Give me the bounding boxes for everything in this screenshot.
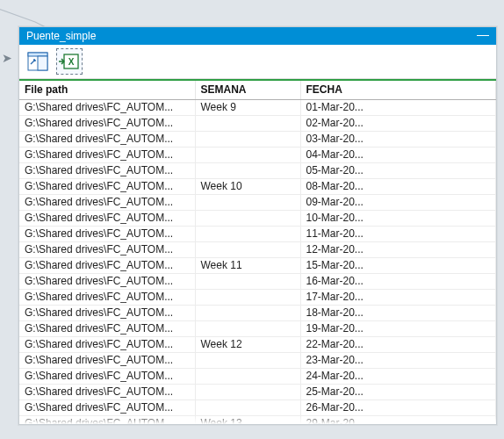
table-row[interactable]: G:\Shared drives\FC_AUTOM...10-Mar-20... — [19, 211, 496, 227]
cell-semana[interactable] — [195, 290, 300, 306]
cell-fecha[interactable]: 11-Mar-20... — [300, 227, 496, 242]
cell-file[interactable]: G:\Shared drives\FC_AUTOM... — [19, 306, 195, 321]
cell-file[interactable]: G:\Shared drives\FC_AUTOM... — [19, 416, 195, 425]
cell-file[interactable]: G:\Shared drives\FC_AUTOM... — [19, 148, 195, 163]
table-row[interactable]: G:\Shared drives\FC_AUTOM...18-Mar-20... — [19, 306, 496, 321]
cell-fecha[interactable]: 15-Mar-20... — [300, 258, 496, 274]
table-row[interactable]: G:\Shared drives\FC_AUTOM...12-Mar-20... — [19, 242, 496, 258]
cell-file[interactable]: G:\Shared drives\FC_AUTOM... — [19, 290, 195, 306]
cell-file[interactable]: G:\Shared drives\FC_AUTOM... — [19, 100, 195, 116]
table-row[interactable]: G:\Shared drives\FC_AUTOM...Week 1008-Ma… — [19, 179, 496, 195]
table-row[interactable]: G:\Shared drives\FC_AUTOM...02-Mar-20... — [19, 116, 496, 132]
data-grid[interactable]: File path SEMANA FECHA G:\Shared drives\… — [19, 79, 496, 424]
table-row[interactable]: G:\Shared drives\FC_AUTOM...Week 901-Mar… — [19, 100, 496, 116]
cell-file[interactable]: G:\Shared drives\FC_AUTOM... — [19, 242, 195, 258]
cell-fecha[interactable]: 09-Mar-20... — [300, 195, 496, 211]
table-row[interactable]: G:\Shared drives\FC_AUTOM...17-Mar-20... — [19, 290, 496, 306]
table-row[interactable]: G:\Shared drives\FC_AUTOM...Week 1222-Ma… — [19, 337, 496, 353]
cell-semana[interactable]: Week 9 — [195, 100, 300, 116]
window-titlebar[interactable]: Puente_simple — — [19, 27, 496, 45]
cell-semana[interactable]: Week 13 — [195, 416, 300, 425]
cell-file[interactable]: G:\Shared drives\FC_AUTOM... — [19, 227, 195, 242]
cell-fecha[interactable]: 16-Mar-20... — [300, 274, 496, 290]
toolbar: X — [19, 45, 496, 79]
table-row[interactable]: G:\Shared drives\FC_AUTOM...16-Mar-20... — [19, 274, 496, 290]
cell-fecha[interactable]: 02-Mar-20... — [300, 116, 496, 132]
table-row[interactable]: G:\Shared drives\FC_AUTOM...26-Mar-20... — [19, 400, 496, 416]
table-row[interactable]: G:\Shared drives\FC_AUTOM...09-Mar-20... — [19, 195, 496, 211]
cell-fecha[interactable]: 22-Mar-20... — [300, 337, 496, 353]
cell-fecha[interactable]: 08-Mar-20... — [300, 179, 496, 195]
cell-file[interactable]: G:\Shared drives\FC_AUTOM... — [19, 163, 195, 179]
cell-semana[interactable] — [195, 369, 300, 385]
cell-file[interactable]: G:\Shared drives\FC_AUTOM... — [19, 337, 195, 353]
table-row[interactable]: G:\Shared drives\FC_AUTOM...11-Mar-20... — [19, 227, 496, 242]
table-row[interactable]: G:\Shared drives\FC_AUTOM...04-Mar-20... — [19, 148, 496, 163]
cell-fecha[interactable]: 05-Mar-20... — [300, 163, 496, 179]
cell-semana[interactable] — [195, 227, 300, 242]
cell-fecha[interactable]: 17-Mar-20... — [300, 290, 496, 306]
cell-fecha[interactable]: 10-Mar-20... — [300, 211, 496, 227]
table-row[interactable]: G:\Shared drives\FC_AUTOM...23-Mar-20... — [19, 353, 496, 369]
cell-semana[interactable] — [195, 242, 300, 258]
cell-semana[interactable] — [195, 132, 300, 148]
header-row[interactable]: File path SEMANA FECHA — [19, 80, 496, 100]
cell-file[interactable]: G:\Shared drives\FC_AUTOM... — [19, 369, 195, 385]
connector-arrow-icon: ➤ — [2, 51, 12, 65]
cell-file[interactable]: G:\Shared drives\FC_AUTOM... — [19, 321, 195, 337]
table-row[interactable]: G:\Shared drives\FC_AUTOM...25-Mar-20... — [19, 385, 496, 400]
cell-fecha[interactable]: 03-Mar-20... — [300, 132, 496, 148]
table-row[interactable]: G:\Shared drives\FC_AUTOM...19-Mar-20... — [19, 321, 496, 337]
col-header-fecha[interactable]: FECHA — [300, 80, 496, 100]
cell-semana[interactable]: Week 11 — [195, 258, 300, 274]
cell-fecha[interactable]: 18-Mar-20... — [300, 306, 496, 321]
cell-file[interactable]: G:\Shared drives\FC_AUTOM... — [19, 258, 195, 274]
table-row[interactable]: G:\Shared drives\FC_AUTOM...05-Mar-20... — [19, 163, 496, 179]
cell-semana[interactable] — [195, 321, 300, 337]
cell-semana[interactable]: Week 12 — [195, 337, 300, 353]
cell-fecha[interactable]: 25-Mar-20... — [300, 385, 496, 400]
cell-fecha[interactable]: 26-Mar-20... — [300, 400, 496, 416]
cell-semana[interactable] — [195, 353, 300, 369]
window-title: Puente_simple — [26, 27, 96, 45]
export-excel-icon: X — [59, 52, 80, 71]
cell-semana[interactable] — [195, 148, 300, 163]
cell-fecha[interactable]: 24-Mar-20... — [300, 369, 496, 385]
cell-fecha[interactable]: 12-Mar-20... — [300, 242, 496, 258]
cell-semana[interactable] — [195, 385, 300, 400]
svg-rect-2 — [38, 56, 47, 70]
col-header-file[interactable]: File path — [19, 80, 195, 100]
cell-semana[interactable] — [195, 163, 300, 179]
cell-file[interactable]: G:\Shared drives\FC_AUTOM... — [19, 353, 195, 369]
cell-fecha[interactable]: 29-Mar-20... — [300, 416, 496, 425]
cell-fecha[interactable]: 04-Mar-20... — [300, 148, 496, 163]
browse-pane-button[interactable] — [25, 48, 51, 75]
cell-semana[interactable] — [195, 195, 300, 211]
export-excel-button[interactable]: X — [56, 48, 83, 75]
table-row[interactable]: G:\Shared drives\FC_AUTOM...Week 1115-Ma… — [19, 258, 496, 274]
cell-file[interactable]: G:\Shared drives\FC_AUTOM... — [19, 211, 195, 227]
cell-semana[interactable] — [195, 211, 300, 227]
results-window: Puente_simple — X — [18, 26, 497, 425]
cell-file[interactable]: G:\Shared drives\FC_AUTOM... — [19, 400, 195, 416]
cell-fecha[interactable]: 23-Mar-20... — [300, 353, 496, 369]
table-row[interactable]: G:\Shared drives\FC_AUTOM...24-Mar-20... — [19, 369, 496, 385]
cell-file[interactable]: G:\Shared drives\FC_AUTOM... — [19, 195, 195, 211]
svg-text:X: X — [68, 57, 75, 67]
cell-fecha[interactable]: 19-Mar-20... — [300, 321, 496, 337]
cell-semana[interactable]: Week 10 — [195, 179, 300, 195]
cell-fecha[interactable]: 01-Mar-20... — [300, 100, 496, 116]
cell-file[interactable]: G:\Shared drives\FC_AUTOM... — [19, 274, 195, 290]
cell-semana[interactable] — [195, 116, 300, 132]
cell-file[interactable]: G:\Shared drives\FC_AUTOM... — [19, 179, 195, 195]
cell-file[interactable]: G:\Shared drives\FC_AUTOM... — [19, 116, 195, 132]
table-row[interactable]: G:\Shared drives\FC_AUTOM...Week 1329-Ma… — [19, 416, 496, 425]
cell-semana[interactable] — [195, 306, 300, 321]
cell-semana[interactable] — [195, 400, 300, 416]
cell-file[interactable]: G:\Shared drives\FC_AUTOM... — [19, 385, 195, 400]
cell-file[interactable]: G:\Shared drives\FC_AUTOM... — [19, 132, 195, 148]
minimize-button[interactable]: — — [477, 30, 489, 42]
table-row[interactable]: G:\Shared drives\FC_AUTOM...03-Mar-20... — [19, 132, 496, 148]
col-header-semana[interactable]: SEMANA — [195, 80, 300, 100]
cell-semana[interactable] — [195, 274, 300, 290]
